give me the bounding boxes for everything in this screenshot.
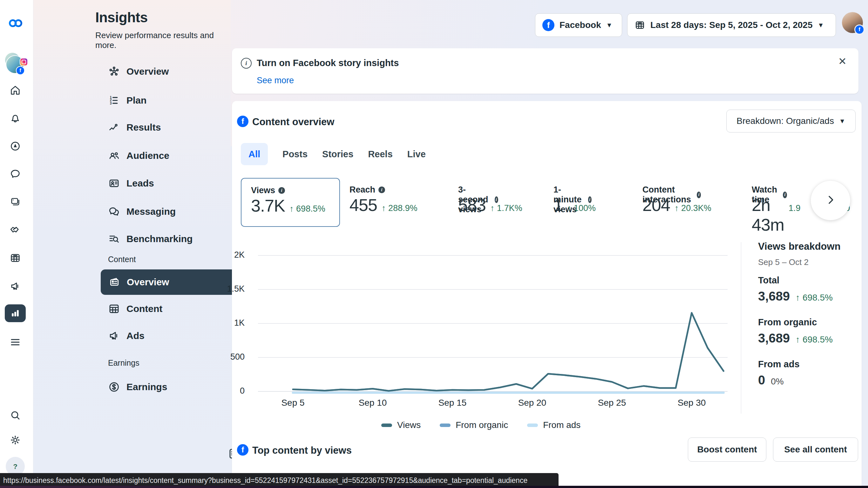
top-content-title: Top content by views [252,445,352,456]
legend-item-from-ads[interactable]: From ads [527,420,581,430]
sidebar-section-content: Content [108,255,136,264]
rail-insights-icon[interactable] [5,304,26,322]
platform-selector-label: Facebook [559,20,601,30]
views-chart-svg [251,248,728,407]
breakdown-row-label: From ads [758,359,800,369]
tab-all[interactable]: All [241,143,268,165]
legend-item-from-organic[interactable]: From organic [440,420,508,430]
sidebar-item-leads[interactable]: Leads [71,171,257,196]
see-all-content-button[interactable]: See all content [773,437,858,462]
views-breakdown-range: Sep 5 – Oct 2 [758,257,809,267]
sidebar-item-label: Content [126,303,162,314]
tab-live[interactable]: Live [407,149,426,159]
metric-value-row: 583↑ 1.7K% [458,195,522,215]
content-overview-icon [108,276,121,288]
metric-delta: ↑ 288.9% [381,203,417,213]
panel-divider [741,242,741,414]
metric-value-row: 2h 43m1.9 [752,195,801,235]
legend-label: From ads [543,420,581,430]
benchmarking-icon [108,233,121,245]
metric-value: 2h 43m [752,195,784,235]
sidebar-item-content-ads[interactable]: Ads [71,323,257,348]
sidebar-item-label: Earnings [126,382,167,392]
trend-icon [108,121,121,133]
megaphone-icon [108,330,121,342]
sidebar-item-label: Overview [126,66,169,77]
info-icon: i [378,186,385,193]
sidebar-item-plan[interactable]: 123Plan [71,88,257,113]
boost-content-button[interactable]: Boost content [688,437,766,462]
breakdown-row-value: 3,689↑ 698.5% [758,289,833,303]
metric-value: 1 [554,195,563,215]
x-axis-tick: Sep 25 [590,398,634,408]
metric-delta: ↑ 100% [567,203,596,213]
tab-reels[interactable]: Reels [368,149,392,159]
content-tabs: AllPostsStoriesReelsLive [241,142,426,166]
sidebar-item-label: Ads [126,330,145,341]
facebook-logo-icon: f [542,19,554,31]
meta-logo-icon[interactable] [6,15,25,32]
rail-boost-icon[interactable] [6,136,25,156]
rail-bell-icon[interactable] [6,109,25,128]
metrics-next-button[interactable] [811,181,850,220]
rail-content-icon[interactable] [6,192,25,212]
legend-swatch [440,424,451,427]
date-range-selector[interactable]: Last 28 days: Sep 5, 2025 - Oct 2, 2025 … [627,13,836,37]
sidebar-item-content-content[interactable]: Content [71,296,257,322]
sidebar-item-messaging[interactable]: Messaging [71,199,257,224]
sidebar-item-label: Plan [126,95,147,106]
network-icon [108,65,121,78]
close-icon[interactable]: ✕ [838,55,847,67]
metric-value: 455 [349,195,377,215]
rail-settings-icon[interactable] [6,430,25,450]
bottom-strip [0,486,868,488]
sidebar-item-content-overview[interactable]: Overview [101,269,248,295]
breakdown-delta: ↑ 698.5% [796,293,833,303]
metric-card-views[interactable]: Viewsi3.7K↑ 698.5% [241,178,340,227]
business-avatar[interactable]: f [4,53,29,75]
rail-search-icon[interactable] [6,406,25,425]
sidebar-item-audience[interactable]: Audience [71,143,257,169]
tab-posts[interactable]: Posts [282,149,308,159]
sidebar-item-label: Results [126,122,161,133]
sidebar-item-benchmarking[interactable]: Benchmarking [71,226,257,252]
rail-chat-icon[interactable] [6,164,25,183]
sidebar-item-overview[interactable]: Overview [71,59,257,84]
rail-handshake-icon[interactable] [6,220,25,240]
meta-business-suite-insights: Insights Review performance results and … [0,0,868,488]
metric-label: Reachi [349,185,385,195]
legend-swatch [527,424,538,427]
user-avatar[interactable]: f [842,12,863,33]
insights-sidebar: Insights Review performance results and … [33,0,231,488]
rail-all-tools-icon[interactable] [6,333,25,352]
legend-item-views[interactable]: Views [381,420,421,430]
sidebar-item-label: Messaging [126,206,176,217]
earnings-icon [108,381,121,393]
metric-value-row: 204↑ 20.3K% [643,195,711,215]
sidebar-item-results[interactable]: Results [71,115,257,140]
x-axis-tick: Sep 5 [271,398,315,408]
metric-label: Viewsi [251,186,285,195]
date-range-label: Last 28 days: Sep 5, 2025 - Oct 2, 2025 [650,20,813,30]
series-line-views [293,313,723,391]
breakdown-row-label: From organic [758,317,817,328]
rail-megaphone-icon[interactable] [6,277,25,296]
sidebar-item-earnings-earnings[interactable]: Earnings [71,374,257,400]
platform-selector[interactable]: f Facebook ▼ [535,13,622,37]
see-more-link[interactable]: See more [257,75,294,86]
legend-label: Views [397,420,421,430]
page-subtitle: Review performance results and more. [95,30,231,50]
tab-stories[interactable]: Stories [322,149,353,159]
rail-planner-icon[interactable] [6,248,25,268]
sidebar-item-label: Overview [127,277,169,287]
chevron-down-icon: ▼ [818,22,824,29]
numbered-list-icon: 123 [108,94,121,106]
messaging-icon [108,206,121,218]
content-overview-card: f Content overview Breakdown: Organic/ad… [232,101,862,488]
facebook-logo-icon: f [237,444,248,456]
rail-home-icon[interactable] [6,81,25,100]
breakdown-value: 0 [758,373,765,387]
views-breakdown-title: Views breakdown [758,241,841,252]
breakdown-selector[interactable]: Breakdown: Organic/ads ▼ [726,110,856,132]
series-line-from-organic [293,313,723,391]
